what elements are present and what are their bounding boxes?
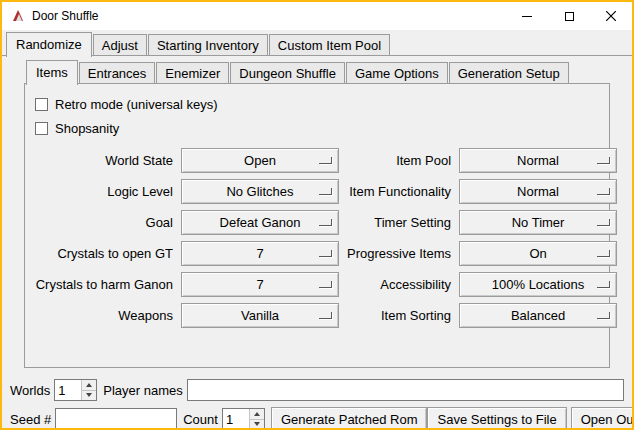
world-state-dropdown[interactable]: Open: [181, 148, 339, 173]
tab-enemizer[interactable]: Enemizer: [156, 62, 229, 84]
dropdown-indicator-icon: [319, 219, 332, 226]
titlebar: Door Shuffle: [2, 2, 632, 30]
goal-dropdown[interactable]: Defeat Ganon: [181, 210, 339, 235]
spin-down-button[interactable]: [250, 419, 264, 430]
tab-randomize[interactable]: Randomize: [6, 32, 92, 57]
shopsanity-label: Shopsanity: [55, 121, 119, 136]
player-names-label: Player names: [103, 383, 182, 398]
tab-starting-inventory[interactable]: Starting Inventory: [148, 34, 268, 56]
item-pool-label: Item Pool: [347, 153, 451, 168]
world-state-label: World State: [33, 153, 173, 168]
goal-value: Defeat Ganon: [220, 215, 301, 230]
randomize-panel: Items Entrances Enemizer Dungeon Shuffle…: [2, 56, 632, 430]
tab-game-options[interactable]: Game Options: [346, 62, 448, 84]
arrow-up-icon: [254, 412, 260, 416]
minimize-icon: [522, 16, 532, 17]
goal-label: Goal: [33, 215, 173, 230]
dropdown-indicator-icon: [597, 281, 610, 288]
logic-level-dropdown[interactable]: No Glitches: [181, 179, 339, 204]
crystals-harm-ganon-dropdown[interactable]: 7: [181, 272, 339, 297]
progressive-items-dropdown[interactable]: On: [459, 241, 617, 266]
timer-setting-label: Timer Setting: [347, 215, 451, 230]
crystals-harm-ganon-value: 7: [256, 277, 263, 292]
worlds-input[interactable]: [55, 380, 81, 400]
arrow-up-icon: [86, 383, 92, 387]
minimize-button[interactable]: [506, 2, 548, 30]
weapons-label: Weapons: [33, 308, 173, 323]
tab-generation-setup[interactable]: Generation Setup: [449, 62, 569, 84]
retro-mode-label: Retro mode (universal keys): [55, 97, 218, 112]
generate-patched-rom-button[interactable]: Generate Patched Rom: [271, 407, 428, 430]
tab-custom-item-pool[interactable]: Custom Item Pool: [269, 34, 390, 56]
worlds-label: Worlds: [10, 383, 50, 398]
item-sorting-value: Balanced: [511, 308, 565, 323]
dropdown-indicator-icon: [319, 188, 332, 195]
count-input[interactable]: [223, 409, 249, 429]
worlds-row: Worlds Player names: [2, 378, 632, 402]
weapons-dropdown[interactable]: Vanilla: [181, 303, 339, 328]
progressive-items-value: On: [529, 246, 546, 261]
close-icon: [606, 11, 616, 21]
crystals-harm-ganon-label: Crystals to harm Ganon: [33, 277, 173, 292]
window-title: Door Shuffle: [32, 9, 99, 23]
tab-entrances[interactable]: Entrances: [79, 62, 156, 84]
crystals-open-gt-dropdown[interactable]: 7: [181, 241, 339, 266]
app-icon: [10, 8, 26, 24]
tab-items[interactable]: Items: [26, 60, 78, 85]
logic-level-label: Logic Level: [33, 184, 173, 199]
tab-dungeon-shuffle[interactable]: Dungeon Shuffle: [230, 62, 345, 84]
item-functionality-value: Normal: [517, 184, 559, 199]
close-button[interactable]: [590, 2, 632, 30]
accessibility-value: 100% Locations: [492, 277, 585, 292]
checkbox-box-icon: [35, 122, 48, 135]
count-label: Count: [183, 412, 218, 427]
dropdown-indicator-icon: [319, 312, 332, 319]
options-grid: World State Open Item Pool Normal Logic …: [25, 140, 609, 328]
player-names-input[interactable]: [187, 379, 624, 401]
open-output-directory-button[interactable]: Open Output Directory: [571, 407, 634, 430]
progressive-items-label: Progressive Items: [347, 246, 451, 261]
count-spinner: [222, 408, 265, 430]
dropdown-indicator-icon: [597, 250, 610, 257]
arrow-down-icon: [86, 393, 92, 397]
logic-level-value: No Glitches: [226, 184, 293, 199]
spin-up-button[interactable]: [82, 380, 96, 390]
seed-input[interactable]: [55, 408, 177, 430]
crystals-open-gt-value: 7: [256, 246, 263, 261]
maximize-button[interactable]: [548, 2, 590, 30]
timer-setting-dropdown[interactable]: No Timer: [459, 210, 617, 235]
inner-tab-bar: Items Entrances Enemizer Dungeon Shuffle…: [24, 60, 610, 84]
spin-up-button[interactable]: [250, 409, 264, 419]
worlds-spinner: [54, 379, 97, 401]
count-spinner-arrows: [249, 409, 264, 429]
worlds-spinner-arrows: [81, 380, 96, 400]
item-pool-dropdown[interactable]: Normal: [459, 148, 617, 173]
dropdown-indicator-icon: [319, 157, 332, 164]
item-sorting-label: Item Sorting: [347, 308, 451, 323]
dropdown-indicator-icon: [597, 312, 610, 319]
maximize-icon: [565, 12, 574, 21]
item-functionality-label: Item Functionality: [347, 184, 451, 199]
save-settings-button[interactable]: Save Settings to File: [427, 407, 566, 430]
dropdown-indicator-icon: [319, 250, 332, 257]
timer-setting-value: No Timer: [512, 215, 565, 230]
seed-label: Seed #: [10, 412, 51, 427]
seed-row: Seed # Count Generate Patched Rom Save S…: [2, 407, 632, 430]
dropdown-indicator-icon: [319, 281, 332, 288]
item-functionality-dropdown[interactable]: Normal: [459, 179, 617, 204]
crystals-open-gt-label: Crystals to open GT: [33, 246, 173, 261]
window-controls: [506, 2, 632, 30]
accessibility-label: Accessibility: [347, 277, 451, 292]
shopsanity-checkbox[interactable]: Shopsanity: [35, 116, 609, 140]
arrow-down-icon: [254, 422, 260, 426]
retro-mode-checkbox[interactable]: Retro mode (universal keys): [35, 92, 609, 116]
checkbox-box-icon: [35, 98, 48, 111]
spin-down-button[interactable]: [82, 390, 96, 401]
weapons-value: Vanilla: [241, 308, 279, 323]
item-sorting-dropdown[interactable]: Balanced: [459, 303, 617, 328]
outer-tab-bar: Randomize Adjust Starting Inventory Cust…: [2, 32, 632, 56]
world-state-value: Open: [244, 153, 276, 168]
accessibility-dropdown[interactable]: 100% Locations: [459, 272, 617, 297]
dropdown-indicator-icon: [597, 157, 610, 164]
tab-adjust[interactable]: Adjust: [93, 34, 147, 56]
